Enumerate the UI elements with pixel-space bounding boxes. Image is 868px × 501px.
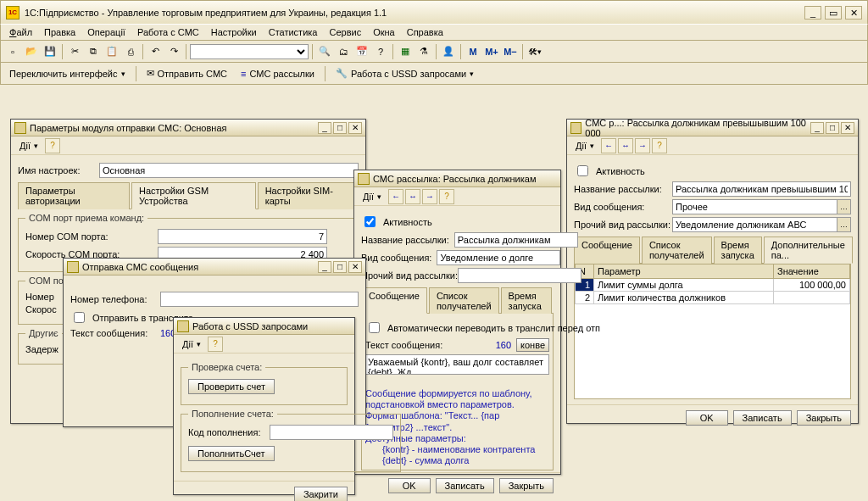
close-button[interactable]: ✕: [845, 6, 862, 19]
maximize-button[interactable]: □: [333, 261, 347, 273]
memory-mplus-button[interactable]: M+: [483, 43, 500, 60]
close-button[interactable]: Закрыть: [499, 478, 554, 493]
open-icon[interactable]: 📂: [23, 43, 40, 60]
other-type-input[interactable]: [672, 217, 837, 232]
tab-gsm[interactable]: Настройки GSM Устройства: [131, 182, 256, 209]
find-icon[interactable]: 🔍: [316, 43, 333, 60]
grid-icon[interactable]: ▦: [397, 43, 414, 60]
nav-left-icon[interactable]: ←: [601, 138, 616, 153]
type-input[interactable]: [672, 199, 837, 214]
maximize-button[interactable]: □: [333, 122, 347, 134]
nav-right-icon[interactable]: →: [635, 138, 650, 153]
help-icon[interactable]: ?: [372, 43, 389, 60]
tab-time[interactable]: Время запуска: [501, 287, 552, 314]
user-icon[interactable]: 👤: [440, 43, 457, 60]
paste-icon[interactable]: 📋: [103, 43, 120, 60]
menu-help[interactable]: Справка: [402, 25, 448, 39]
menu-service[interactable]: Сервис: [324, 25, 366, 39]
redo-icon[interactable]: ↷: [165, 43, 182, 60]
close-button[interactable]: Закрыть: [797, 410, 851, 426]
minimize-button[interactable]: _: [318, 122, 331, 134]
sms-lists-button[interactable]: ≡СМС рассылки: [236, 67, 320, 81]
actions-menu[interactable]: Дії ▾: [358, 190, 387, 203]
com-number-input[interactable]: [158, 229, 327, 244]
menu-operations[interactable]: Операції: [82, 25, 131, 39]
tools-icon[interactable]: 🛠▾: [526, 43, 543, 60]
print-icon[interactable]: ⎙: [122, 43, 139, 60]
switch-interface-button[interactable]: Переключить интерфейс ▾: [4, 67, 131, 81]
name-input[interactable]: [454, 232, 578, 248]
help-icon[interactable]: ?: [45, 138, 60, 153]
new-icon[interactable]: ▫: [4, 43, 21, 60]
tab-recipients[interactable]: Список получателей: [642, 237, 712, 264]
help-icon[interactable]: ?: [439, 189, 454, 204]
close-button[interactable]: ✕: [348, 261, 362, 273]
auto-translit-checkbox[interactable]: [369, 322, 380, 333]
actions-menu[interactable]: Дії ▾: [570, 139, 599, 153]
menu-edit[interactable]: Правка: [39, 25, 81, 39]
actions-menu[interactable]: Дії ▾: [177, 337, 206, 351]
tab-recipients[interactable]: Список получателей: [429, 287, 499, 314]
memory-m-button[interactable]: M: [465, 43, 481, 60]
tab-extra[interactable]: Дополнительные па...: [764, 237, 853, 264]
type-dropdown-icon[interactable]: …: [837, 199, 851, 214]
close-button[interactable]: Закрити: [294, 487, 348, 501]
maximize-button[interactable]: □: [826, 122, 839, 134]
cut-icon[interactable]: ✂: [66, 43, 83, 60]
minimize-button[interactable]: _: [810, 122, 824, 134]
tab-message[interactable]: Сообщение: [361, 287, 427, 314]
params-table[interactable]: NПараметрЗначение 1Лимит суммы долга100 …: [575, 264, 850, 304]
check-balance-button[interactable]: Проверить счет: [188, 379, 275, 394]
menu-windows[interactable]: Окна: [368, 25, 400, 39]
copy-icon[interactable]: ⧉: [85, 43, 102, 60]
save-button[interactable]: Записать: [733, 410, 792, 426]
toolbar-combo[interactable]: [190, 44, 309, 59]
memory-mminus-button[interactable]: M−: [502, 43, 519, 60]
tab-auth[interactable]: Параметры авторизации: [18, 182, 130, 209]
ok-button[interactable]: OK: [388, 478, 431, 493]
calc-icon[interactable]: 🗂: [335, 43, 352, 60]
table-row[interactable]: 1Лимит суммы долга100 000,00: [576, 279, 850, 292]
nav-left-icon[interactable]: ←: [388, 189, 403, 204]
menu-file[interactable]: ФФайлайл: [4, 25, 37, 39]
phone-input[interactable]: [160, 292, 359, 307]
tab-time[interactable]: Время запуска: [714, 237, 762, 264]
undo-icon[interactable]: ↶: [147, 43, 164, 60]
menu-stats[interactable]: Статистика: [264, 25, 323, 39]
tab-sim[interactable]: Настройки SIM-карты: [258, 182, 357, 209]
maximize-button[interactable]: ▭: [825, 6, 842, 19]
topup-button[interactable]: ПополнитьСчет: [188, 446, 275, 461]
active-checkbox[interactable]: [577, 165, 588, 176]
translit-checkbox[interactable]: [74, 312, 85, 323]
ok-button[interactable]: OK: [686, 410, 728, 426]
name-input[interactable]: [672, 181, 851, 197]
convert-button[interactable]: конве: [516, 338, 549, 352]
code-input[interactable]: [270, 425, 393, 440]
nav-both-icon[interactable]: ↔: [618, 138, 633, 153]
menu-settings[interactable]: Настройки: [206, 25, 262, 39]
calendar-icon[interactable]: 📅: [353, 43, 370, 60]
save-icon[interactable]: 💾: [42, 43, 58, 60]
save-button[interactable]: Записать: [436, 478, 494, 493]
minimize-button[interactable]: _: [318, 261, 331, 273]
menu-sms[interactable]: Работа с СМС: [132, 25, 204, 39]
minimize-button[interactable]: _: [804, 6, 821, 19]
help-icon[interactable]: ?: [208, 337, 223, 352]
close-button[interactable]: ✕: [841, 122, 854, 134]
actions-menu[interactable]: Дії ▾: [14, 139, 43, 153]
nav-both-icon[interactable]: ↔: [405, 189, 420, 204]
other-type-input[interactable]: [458, 268, 581, 283]
send-sms-button[interactable]: ✉Отправить СМС: [142, 66, 233, 81]
close-button[interactable]: ✕: [348, 122, 362, 134]
nav-right-icon[interactable]: →: [422, 189, 437, 204]
name-input[interactable]: [99, 163, 359, 178]
type-input[interactable]: [437, 250, 560, 265]
ussd-button[interactable]: 🔧Работа с USSD запросами ▾: [331, 66, 479, 81]
message-textarea[interactable]: Уважаемый {kontr}, ваш долг составляет {…: [365, 354, 549, 375]
active-checkbox[interactable]: [364, 216, 376, 227]
other-type-dropdown-icon[interactable]: …: [837, 217, 851, 232]
table-row[interactable]: 2Лимит количества должников: [576, 292, 850, 304]
help-icon[interactable]: ?: [652, 138, 667, 153]
filter-icon[interactable]: ⚗: [415, 43, 432, 60]
tab-message[interactable]: Сообщение: [574, 237, 640, 264]
